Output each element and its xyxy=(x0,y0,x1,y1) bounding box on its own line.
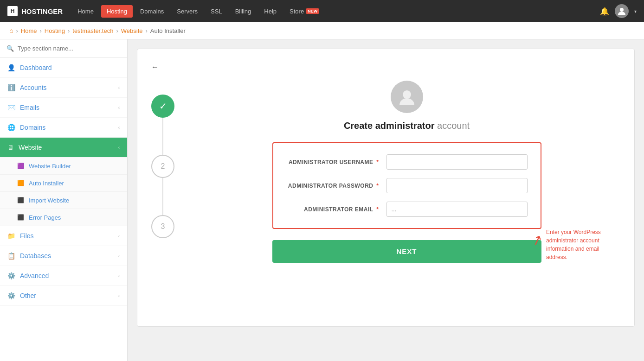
sidebar-item-emails[interactable]: ✉️ Emails ‹ xyxy=(0,98,127,118)
breadcrumb-website[interactable]: Website xyxy=(121,27,143,34)
main-card: ← ✓ 2 3 xyxy=(137,49,635,327)
top-navigation: H HOSTINGER Home Hosting Domains Servers… xyxy=(0,0,644,22)
form-row-email: ADMINISTRATOR EMAIL * xyxy=(286,202,528,217)
breadcrumb-sep-4: › xyxy=(146,27,148,34)
step-2-label: 2 xyxy=(161,162,165,171)
domains-chevron-icon: ‹ xyxy=(118,125,120,130)
main-layout: 🔍 👤 Dashboard ℹ️ Accounts ‹ ✉️ Emails ‹ xyxy=(0,39,644,361)
advanced-chevron-icon: ‹ xyxy=(118,273,120,279)
form-row-username: ADMINISTRATOR USERNAME * xyxy=(286,154,528,170)
sidebar-item-accounts[interactable]: ℹ️ Accounts ‹ xyxy=(0,78,127,98)
logo-text: HOSTINGER xyxy=(21,7,63,15)
sidebar-label-emails: Emails xyxy=(20,104,39,111)
notification-bell-icon[interactable]: 🔔 xyxy=(600,7,609,16)
breadcrumb-hosting-link[interactable]: Hosting xyxy=(45,27,65,34)
step-3-circle: 3 xyxy=(151,215,174,238)
avatar-dropdown-icon[interactable]: ▾ xyxy=(634,9,637,14)
back-arrow-icon: ← xyxy=(151,63,159,71)
email-input[interactable] xyxy=(386,202,528,217)
nav-home[interactable]: Home xyxy=(72,5,99,18)
sidebar-search-container[interactable]: 🔍 xyxy=(0,39,127,58)
sidebar-item-domains[interactable]: 🌐 Domains ‹ xyxy=(0,118,127,138)
breadcrumb-sep-3: › xyxy=(116,27,118,34)
tooltip-arrow-icon: ↗ xyxy=(529,231,545,249)
emails-icon: ✉️ xyxy=(7,104,15,111)
nav-billing[interactable]: Billing xyxy=(230,5,257,18)
databases-icon: 📋 xyxy=(7,252,15,260)
nav-domains[interactable]: Domains xyxy=(135,5,169,18)
import-website-icon: ⬛ xyxy=(17,196,24,204)
step-2-circle: 2 xyxy=(151,155,174,178)
website-chevron-icon: ‹ xyxy=(118,145,120,150)
sidebar-label-domains: Domains xyxy=(20,124,45,131)
breadcrumb-domain[interactable]: testmaster.tech xyxy=(72,27,113,34)
nav-servers[interactable]: Servers xyxy=(171,5,203,18)
domains-icon: 🌐 xyxy=(7,124,15,131)
search-icon: 🔍 xyxy=(6,45,14,52)
content-area: ← ✓ 2 3 xyxy=(128,39,644,361)
sidebar-sub-label-error-pages: Error Pages xyxy=(29,214,61,221)
breadcrumb-sep-0: › xyxy=(16,27,18,34)
back-button[interactable]: ← xyxy=(151,63,159,71)
search-input[interactable] xyxy=(18,45,121,52)
other-icon: ⚙️ xyxy=(7,292,15,299)
accounts-chevron-icon: ‹ xyxy=(118,85,120,90)
tooltip-text: Enter your WordPress administrator accou… xyxy=(546,228,620,261)
form-title-light: account xyxy=(437,120,470,131)
breadcrumb-auto-installer: Auto Installer xyxy=(150,27,186,34)
logo[interactable]: H HOSTINGER xyxy=(7,6,63,16)
username-required-star: * xyxy=(376,159,379,165)
nav-hosting[interactable]: Hosting xyxy=(101,5,133,18)
store-new-badge: NEW xyxy=(306,8,319,14)
step-3-label: 3 xyxy=(161,222,165,231)
sidebar: 🔍 👤 Dashboard ℹ️ Accounts ‹ ✉️ Emails ‹ xyxy=(0,39,128,361)
breadcrumb-sep-2: › xyxy=(68,27,70,34)
nav-links: Home Hosting Domains Servers SSL Billing… xyxy=(72,5,600,18)
nav-store[interactable]: Store NEW xyxy=(284,5,325,18)
website-icon: 🖥 xyxy=(7,144,14,151)
breadcrumb: ⌂ › Home › Hosting › testmaster.tech › W… xyxy=(0,22,644,39)
sidebar-item-databases[interactable]: 📋 Databases ‹ xyxy=(0,246,127,266)
breadcrumb-home-icon[interactable]: ⌂ xyxy=(9,27,13,34)
password-label: ADMINISTRATOR PASSWORD * xyxy=(286,183,379,189)
next-button[interactable]: NEXT xyxy=(272,240,541,263)
sidebar-label-website: Website xyxy=(19,144,42,151)
step-1-circle: ✓ xyxy=(151,95,174,118)
sidebar-item-website[interactable]: 🖥 Website ‹ xyxy=(0,138,127,158)
sidebar-item-advanced[interactable]: ⚙️ Advanced ‹ xyxy=(0,266,127,286)
accounts-icon: ℹ️ xyxy=(7,84,15,91)
sidebar-sub-label-auto-installer: Auto Installer xyxy=(29,180,64,187)
sidebar-sub-error-pages[interactable]: ⬛ Error Pages xyxy=(0,209,127,226)
svg-point-0 xyxy=(620,8,624,12)
auto-installer-icon: 🟧 xyxy=(17,179,24,187)
databases-chevron-icon: ‹ xyxy=(118,253,120,259)
user-avatar-icon xyxy=(391,81,423,113)
username-label: ADMINISTRATOR USERNAME * xyxy=(286,159,379,165)
form-box: ADMINISTRATOR USERNAME * ADMINISTRATOR P… xyxy=(272,142,541,229)
nav-ssl[interactable]: SSL xyxy=(205,5,228,18)
nav-help[interactable]: Help xyxy=(258,5,282,18)
sidebar-item-other[interactable]: ⚙️ Other ‹ xyxy=(0,286,127,306)
username-input[interactable] xyxy=(386,154,528,170)
step-connector-2-3 xyxy=(162,178,163,215)
sidebar-label-files: Files xyxy=(20,232,34,240)
sidebar-sub-auto-installer[interactable]: 🟧 Auto Installer xyxy=(0,175,127,192)
advanced-icon: ⚙️ xyxy=(7,272,15,279)
sidebar-item-dashboard[interactable]: 👤 Dashboard xyxy=(0,58,127,78)
sidebar-label-databases: Databases xyxy=(20,252,51,260)
sidebar-sub-label-website-builder: Website Builder xyxy=(29,163,71,170)
error-pages-icon: ⬛ xyxy=(17,214,24,221)
sidebar-sub-import-website[interactable]: ⬛ Import Website xyxy=(0,192,127,209)
sidebar-item-files[interactable]: 📁 Files ‹ xyxy=(0,226,127,246)
form-title: Create administrator account xyxy=(344,120,470,131)
sidebar-sub-website-builder[interactable]: 🟪 Website Builder xyxy=(0,158,127,175)
password-input[interactable] xyxy=(386,178,528,193)
email-label: ADMINISTRATOR EMAIL * xyxy=(286,206,379,213)
emails-chevron-icon: ‹ xyxy=(118,105,120,110)
avatar[interactable] xyxy=(615,4,629,18)
files-chevron-icon: ‹ xyxy=(118,234,120,239)
breadcrumb-hosting[interactable]: Home xyxy=(21,27,37,34)
step-connector-1-2 xyxy=(162,118,163,155)
files-icon: 📁 xyxy=(7,232,15,240)
website-builder-icon: 🟪 xyxy=(17,162,24,170)
